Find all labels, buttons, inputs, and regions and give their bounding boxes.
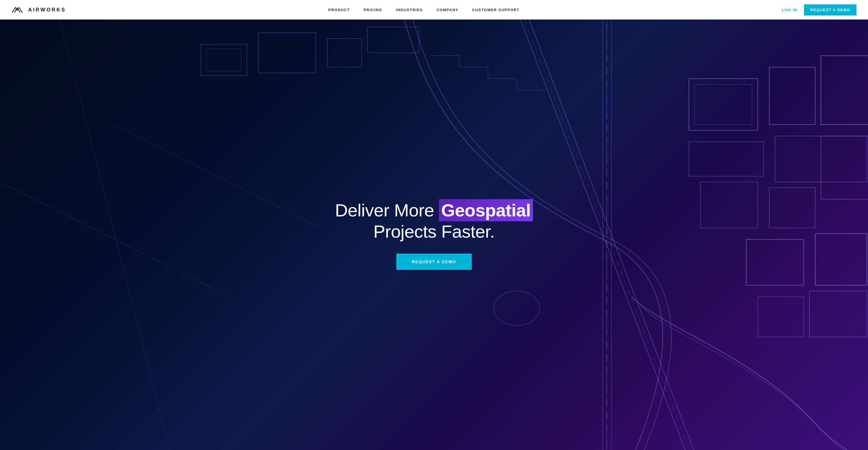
hero-title-part2: Projects Faster. (373, 222, 495, 242)
svg-line-32 (115, 125, 344, 239)
nav-request-demo-button[interactable]: REQUEST A DEMO (804, 4, 857, 15)
svg-rect-13 (769, 67, 815, 125)
navbar-center: PRODUCT PRICING INDUSTRIES COMPANY CUSTO… (329, 8, 520, 12)
svg-rect-9 (327, 38, 362, 67)
svg-rect-23 (809, 291, 867, 337)
login-link[interactable]: LOG IN (782, 8, 797, 12)
navbar-left: AIRWORKS (11, 5, 66, 14)
svg-rect-12 (694, 84, 752, 125)
svg-rect-19 (821, 136, 868, 199)
svg-rect-16 (689, 142, 764, 176)
hero-section: Deliver More Geospatial Projects Faster.… (0, 20, 868, 450)
nav-industries[interactable]: INDUSTRIES (396, 8, 423, 12)
svg-line-34 (57, 20, 172, 450)
navbar: AIRWORKS PRODUCT PRICING INDUSTRIES COMP… (0, 0, 868, 20)
svg-rect-14 (821, 56, 868, 125)
svg-rect-20 (746, 239, 804, 285)
hero-title-bold: Geospatial (439, 199, 533, 221)
svg-rect-7 (207, 49, 241, 71)
svg-rect-22 (758, 297, 804, 337)
hero-title: Deliver More Geospatial Projects Faster. (335, 200, 533, 243)
svg-rect-17 (701, 182, 758, 228)
nav-company[interactable]: COMPANY (437, 8, 458, 12)
nav-customer-support[interactable]: CUSTOMER SUPPORT (472, 8, 520, 12)
hero-title-part1: Deliver More (335, 200, 439, 220)
logo-text: AIRWORKS (28, 7, 66, 13)
logo-icon (11, 5, 25, 14)
nav-product[interactable]: PRODUCT (329, 8, 350, 12)
svg-rect-21 (815, 234, 867, 285)
logo[interactable]: AIRWORKS (11, 5, 66, 14)
svg-rect-8 (258, 33, 316, 73)
hero-content: Deliver More Geospatial Projects Faster.… (329, 200, 539, 270)
svg-rect-10 (367, 27, 419, 53)
navbar-right: LOG IN REQUEST A DEMO (782, 4, 857, 15)
svg-line-33 (0, 182, 229, 297)
svg-rect-11 (689, 78, 758, 130)
svg-rect-18 (769, 188, 815, 228)
hero-request-demo-button[interactable]: REQUEST A DEMO (396, 254, 472, 270)
nav-pricing[interactable]: PRICING (364, 8, 382, 12)
svg-point-24 (494, 291, 539, 325)
